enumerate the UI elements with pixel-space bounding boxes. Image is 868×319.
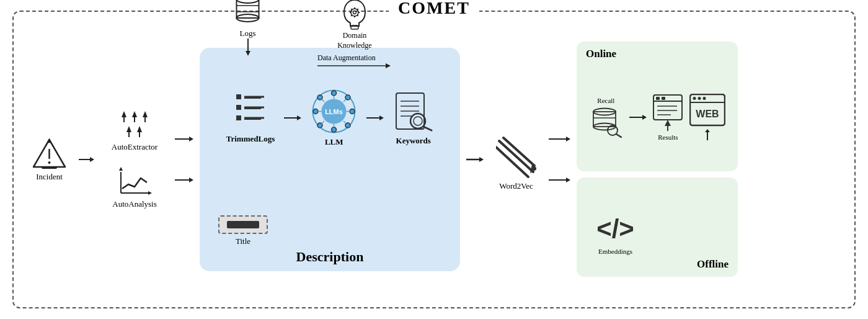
logs-label: Logs <box>240 29 256 38</box>
recall-area: Recall <box>589 97 623 138</box>
svg-marker-7 <box>122 111 126 117</box>
svg-line-71 <box>322 99 324 102</box>
arrow-trimmedlogs-llm <box>284 113 301 123</box>
blue-box-content: TrimmedLogs LLMs <box>226 88 433 147</box>
svg-rect-45 <box>236 94 241 99</box>
offline-box: </> Embeddings Offline <box>577 177 738 277</box>
title-label: Title <box>236 236 250 246</box>
comet-title: COMET <box>389 0 479 18</box>
svg-line-74 <box>343 121 346 124</box>
incident-icon <box>32 137 66 169</box>
svg-point-114 <box>693 97 696 100</box>
svg-marker-6 <box>90 157 94 162</box>
main-layout: Incident <box>26 18 842 301</box>
embeddings-area: </> Embeddings <box>592 205 639 255</box>
svg-line-32 <box>357 15 358 16</box>
arrow-results-web <box>703 129 712 142</box>
web-icon: WEB <box>689 94 725 128</box>
svg-marker-24 <box>189 177 193 182</box>
svg-line-33 <box>351 15 352 16</box>
trimmed-logs: TrimmedLogs <box>226 91 275 144</box>
svg-rect-4 <box>42 166 57 169</box>
svg-text:</>: </> <box>596 214 634 243</box>
svg-marker-13 <box>126 126 131 132</box>
svg-marker-3 <box>47 138 51 143</box>
arrow-incident-extractor <box>79 155 94 164</box>
auto-extractor-icon <box>116 110 153 140</box>
llm-label: LLM <box>325 137 343 147</box>
extractor-analysis-section: AutoExtractor AutoAnalysis <box>100 110 169 209</box>
data-augmentation-label: Data Augmentation <box>317 53 376 63</box>
svg-point-38 <box>237 0 259 3</box>
arrow-to-online <box>549 134 570 144</box>
auto-extractor: AutoExtractor <box>112 110 157 152</box>
recall-label: Recall <box>597 97 614 104</box>
description-label: Description <box>296 249 364 265</box>
keywords-label: Keywords <box>396 136 431 146</box>
results-area: Results <box>652 94 683 141</box>
auto-analysis-icon <box>116 167 153 197</box>
auto-analysis: AutoAnalysis <box>112 167 157 209</box>
svg-text:LLMs: LLMs <box>325 108 343 115</box>
svg-marker-92 <box>566 137 570 142</box>
svg-point-59 <box>332 91 337 96</box>
arrow-llm-keywords <box>366 113 384 123</box>
svg-rect-48 <box>236 105 241 110</box>
logs-area: Logs <box>231 0 265 56</box>
recall-icon <box>589 106 623 138</box>
svg-marker-110 <box>665 120 671 126</box>
online-inner: Recall <box>586 71 728 164</box>
trimmed-logs-label: TrimmedLogs <box>226 134 275 144</box>
svg-marker-15 <box>137 126 142 132</box>
svg-point-64 <box>345 95 350 100</box>
title-box-area: Title <box>218 215 268 246</box>
svg-marker-9 <box>132 111 137 117</box>
web-area: WEB <box>689 94 725 142</box>
svg-point-83 <box>414 117 422 125</box>
embeddings-label: Embeddings <box>598 248 632 255</box>
svg-rect-105 <box>656 97 660 100</box>
svg-marker-55 <box>297 115 301 120</box>
svg-marker-19 <box>148 191 152 195</box>
llm-box: LLMs <box>311 88 357 147</box>
svg-marker-86 <box>479 157 484 162</box>
keywords-icon <box>393 90 433 133</box>
svg-line-84 <box>423 127 432 130</box>
svg-line-73 <box>322 121 324 124</box>
svg-point-26 <box>353 11 356 14</box>
incident-label: Incident <box>36 172 63 182</box>
svg-line-72 <box>343 99 346 102</box>
domain-knowledge-area: Domain Knowledge Data Augmentation <box>317 0 392 75</box>
word2vec-section: Word2Vec <box>490 128 542 191</box>
svg-text:WEB: WEB <box>696 109 719 119</box>
title-box-bar <box>227 221 259 228</box>
svg-point-2 <box>48 161 51 164</box>
arrow-to-offline <box>549 175 570 185</box>
svg-marker-102 <box>642 115 647 120</box>
svg-rect-51 <box>236 115 241 120</box>
online-box: Online Recall <box>577 42 738 171</box>
word2vec-icon <box>496 128 536 184</box>
keywords-box: Keywords <box>393 90 433 146</box>
svg-point-116 <box>703 97 706 100</box>
results-label: Results <box>658 133 678 141</box>
online-offline-section: Online Recall <box>577 42 738 277</box>
incident-section: Incident <box>26 137 73 182</box>
arrow-extractor-blue <box>175 134 193 144</box>
svg-point-115 <box>698 97 701 100</box>
svg-line-88 <box>503 138 534 166</box>
embeddings-icon: </> <box>592 205 639 248</box>
offline-inner: </> Embeddings <box>592 205 639 255</box>
svg-marker-76 <box>379 115 384 120</box>
word2vec-label: Word2Vec <box>499 181 533 191</box>
domain-knowledge-icon <box>338 0 372 31</box>
svg-rect-106 <box>662 97 665 100</box>
llm-icon: LLMs <box>311 88 357 135</box>
results-icon <box>652 94 683 132</box>
svg-marker-11 <box>143 111 148 117</box>
svg-line-100 <box>616 134 621 137</box>
svg-point-62 <box>350 109 355 114</box>
svg-point-65 <box>317 123 322 128</box>
arrows-to-blue-box <box>175 134 193 185</box>
arrow-analysis-blue <box>175 175 193 185</box>
